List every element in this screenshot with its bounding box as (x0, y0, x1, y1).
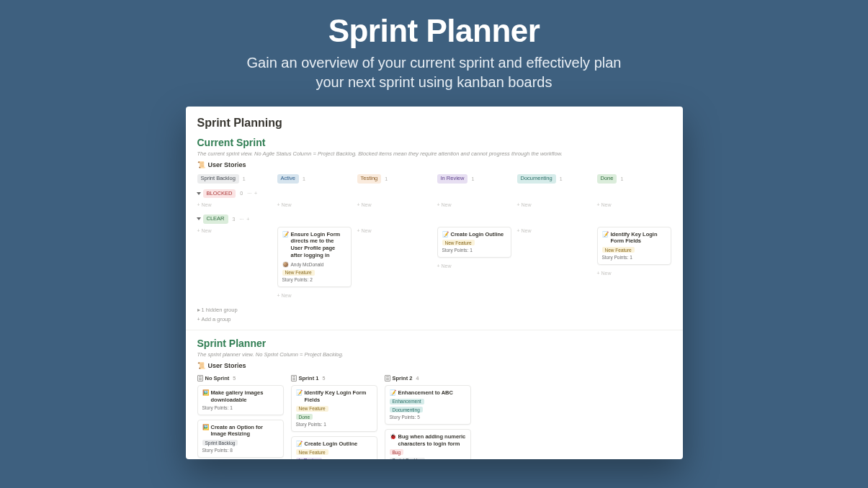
page-icon (291, 375, 297, 381)
hidden-groups-toggle[interactable]: ▸ 1 hidden group (197, 307, 671, 313)
new-card-button[interactable]: + New (437, 262, 511, 270)
page-icon (385, 375, 390, 381)
col-no-sprint[interactable]: No Sprint 5 (197, 375, 284, 381)
page-title: Sprint Planning (197, 117, 671, 130)
story-card[interactable]: 🐞Bug when adding numeric characters to l… (385, 429, 471, 459)
col-in-review[interactable]: In Review1 (437, 174, 475, 184)
memo-icon: 📝 (282, 231, 289, 259)
new-card-button[interactable]: + New (277, 201, 352, 209)
memo-icon: 📝 (442, 231, 449, 238)
new-card-button[interactable]: + New (277, 292, 352, 299)
new-card-button[interactable]: + New (517, 227, 591, 235)
col-sprint-2[interactable]: Sprint 2 4 (385, 375, 471, 381)
new-card-button[interactable]: + New (517, 201, 591, 209)
group-clear-pill: CLEAR (203, 214, 228, 224)
col-active[interactable]: Active1 (277, 174, 305, 184)
tag-sprint-backlog: Sprint Backlog (390, 458, 426, 459)
col-testing[interactable]: Testing1 (357, 174, 388, 184)
story-card[interactable]: 📝Enhancement to ABC Enhancement Document… (385, 385, 471, 425)
story-card[interactable]: 📝Create Login Outline New Feature In Rev… (291, 436, 377, 460)
new-card-button[interactable]: + New (597, 269, 671, 277)
story-card[interactable]: 📝Identify Key Login Form Fields New Feat… (291, 385, 377, 432)
new-card-button[interactable]: + New (437, 201, 511, 209)
database-title[interactable]: 📜 User Stories (197, 161, 671, 168)
avatar (282, 261, 289, 268)
new-card-button[interactable]: + New (197, 227, 272, 235)
database-title-text-2: User Stories (208, 362, 246, 369)
story-points: Story Points: 2 (282, 277, 346, 282)
assignee: Andy McDonald (282, 261, 346, 268)
tag-done: Done (296, 414, 313, 420)
section-sprint-planner-desc: The sprint planner view. No Sprint Colum… (197, 351, 671, 358)
divider (186, 330, 683, 330)
tag-enhancement: Enhancement (390, 399, 424, 405)
story-points: Story Points: 8 (202, 448, 279, 453)
story-points: Story Points: 1 (202, 405, 279, 410)
tag-in-review: In Review (296, 458, 323, 459)
col-sprint-backlog[interactable]: Sprint Backlog1 (197, 174, 246, 184)
story-card[interactable]: 📝Identify Key Login Form Fields New Feat… (597, 227, 671, 265)
story-points: Story Points: 1 (296, 422, 372, 427)
tag-new-feature: New Feature (442, 240, 475, 245)
tag-documenting: Documenting (390, 407, 423, 412)
story-points: Story Points: 1 (442, 248, 506, 253)
story-card[interactable]: 📝Create Login Outline New Feature Story … (437, 227, 511, 258)
tag-new-feature: New Feature (296, 406, 328, 412)
tag-sprint-backlog: Sprint Backlog (202, 440, 238, 446)
new-card-button[interactable]: + New (597, 201, 671, 209)
group-clear-menu[interactable]: ··· + (239, 217, 249, 222)
new-card-button[interactable]: + New (357, 201, 431, 209)
database-title-2[interactable]: 📜 User Stories (197, 362, 671, 369)
section-sprint-planner-heading: Sprint Planner (197, 338, 671, 349)
bug-icon: 🐞 (390, 433, 396, 448)
story-card[interactable]: 📝Ensure Login Form directs me to the Use… (277, 227, 352, 288)
kanban-columns-header: Sprint Backlog1 Active1 Testing1 In Revi… (197, 174, 671, 184)
story-card[interactable]: 🖼️Make gallery images downloadable Story… (197, 385, 284, 415)
section-current-sprint-heading: Current Sprint (197, 137, 671, 148)
new-card-button[interactable]: + New (197, 201, 272, 209)
memo-icon: 📝 (390, 389, 396, 397)
memo-icon: 📝 (296, 440, 303, 448)
story-card[interactable]: 🖼️Create an Option for Image Resizing Sp… (197, 420, 284, 458)
memo-icon: 📝 (296, 389, 303, 404)
tag-new-feature: New Feature (602, 247, 635, 253)
story-points: Story Points: 5 (390, 415, 466, 420)
image-icon: 🖼️ (202, 389, 209, 404)
scroll-icon: 📜 (197, 161, 205, 168)
app-window: Sprint Planning Current Sprint The curre… (186, 107, 683, 459)
group-blocked-pill: BLOCKED (203, 189, 236, 199)
group-clear-cells: + New 📝Ensure Login Form directs me to t… (197, 227, 671, 300)
caret-down-icon (197, 192, 201, 195)
page-icon (197, 375, 203, 381)
add-group-button[interactable]: + Add a group (197, 316, 671, 322)
caret-down-icon (197, 217, 201, 220)
col-done[interactable]: Done1 (597, 174, 624, 184)
group-blocked-menu[interactable]: ··· + (247, 191, 257, 196)
scroll-icon: 📜 (197, 362, 205, 369)
database-title-text: User Stories (208, 161, 246, 168)
tag-new-feature: New Feature (296, 449, 328, 455)
tag-new-feature: New Feature (282, 270, 315, 276)
new-card-button[interactable]: + New (357, 227, 431, 235)
group-blocked-header[interactable]: BLOCKED 0 ··· + (197, 189, 671, 199)
hero-subtitle: Gain an overview of your current sprint … (0, 53, 868, 92)
group-blocked-cells: + New + New + New + New + New + New (197, 201, 671, 209)
image-icon: 🖼️ (202, 424, 209, 438)
col-sprint-1[interactable]: Sprint 1 5 (291, 375, 377, 381)
section-current-sprint-desc: The current sprint view. No Agile Status… (197, 150, 671, 157)
group-clear-header[interactable]: CLEAR 3 ··· + (197, 214, 671, 224)
story-points: Story Points: 1 (602, 255, 666, 260)
tag-bug: Bug (390, 449, 404, 455)
hero-title: Sprint Planner (0, 13, 868, 49)
col-documenting[interactable]: Documenting1 (517, 174, 563, 184)
memo-icon: 📝 (602, 231, 609, 245)
planner-columns: No Sprint 5 🖼️Make gallery images downlo… (197, 375, 671, 459)
hero: Sprint Planner Gain an overview of your … (0, 0, 868, 92)
